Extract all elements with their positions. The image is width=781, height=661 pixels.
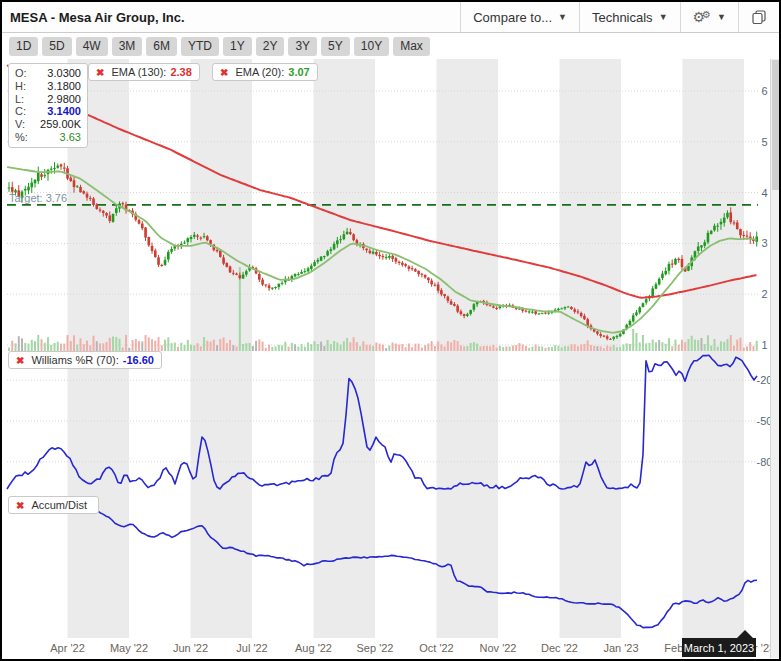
month-axis-label: Aug '22 xyxy=(295,642,332,654)
charting-app: 654321-20-50-80Apr '22May '22Jun '22Jul … xyxy=(0,0,781,661)
range-button-5y[interactable]: 5Y xyxy=(321,37,350,56)
range-button-max[interactable]: Max xyxy=(393,37,430,56)
month-axis-label: Jun '22 xyxy=(173,642,208,654)
accum-dist-legend-chip: ✖ Accum/Dist xyxy=(8,496,99,514)
quote-row: L:2.9800 xyxy=(15,93,81,106)
vertical-scrollbar[interactable] xyxy=(770,59,779,658)
range-button-1y[interactable]: 1Y xyxy=(223,37,252,56)
range-toolbar: 1D5D4W3M6MYTD1Y2Y3Y5Y10YMax xyxy=(2,33,769,59)
chart-canvas[interactable]: 654321-20-50-80Apr '22May '22Jun '22Jul … xyxy=(0,0,781,661)
ohlc-quote-box: O:3.0300H:3.1800L:2.9800C:3.1400V:259.00… xyxy=(8,63,88,148)
month-axis-label: May '22 xyxy=(110,642,148,654)
range-button-ytd[interactable]: YTD xyxy=(181,37,219,56)
price-axis-tick: 6 xyxy=(762,85,768,97)
chart-header: MESA - Mesa Air Group, Inc. Compare to..… xyxy=(2,2,779,33)
chevron-down-icon: ▼ xyxy=(717,12,726,22)
range-button-5d[interactable]: 5D xyxy=(42,37,71,56)
quote-row: V:259.00K xyxy=(15,118,81,131)
popout-window-button[interactable] xyxy=(738,2,779,32)
month-axis-label: Oct '22 xyxy=(419,642,454,654)
ema130-legend-chip: ✖ EMA (130): 2.38 xyxy=(88,63,200,81)
close-icon[interactable]: ✖ xyxy=(16,355,24,366)
range-button-3y[interactable]: 3Y xyxy=(288,37,317,56)
technicals-dropdown[interactable]: Technicals ▼ xyxy=(579,2,680,32)
close-icon[interactable]: ✖ xyxy=(220,67,228,78)
month-axis-label: Sep '22 xyxy=(357,642,394,654)
month-axis-label: Jan '23 xyxy=(603,642,638,654)
ema20-legend-chip: ✖ EMA (20): 3.07 xyxy=(212,63,318,81)
range-button-4w[interactable]: 4W xyxy=(76,37,108,56)
page-title: MESA - Mesa Air Group, Inc. xyxy=(2,10,185,25)
price-axis-tick: 2 xyxy=(762,288,768,300)
range-button-6m[interactable]: 6M xyxy=(146,37,177,56)
price-axis-tick: 4 xyxy=(762,187,768,199)
month-axis-label: Jul '22 xyxy=(236,642,267,654)
range-button-1d[interactable]: 1D xyxy=(9,37,38,56)
quote-row: O:3.0300 xyxy=(15,67,81,80)
williams-legend-chip: ✖ Williams %R (70): -16.60 xyxy=(8,351,162,369)
chevron-down-icon: ▼ xyxy=(558,12,567,22)
quote-row: %:3.63 xyxy=(15,131,81,144)
settings-menu-button[interactable]: ⚙ ⚙ ▼ xyxy=(680,2,738,32)
gear-icon: ⚙ xyxy=(702,9,711,20)
range-button-3m[interactable]: 3M xyxy=(112,37,143,56)
price-axis-tick: 5 xyxy=(762,136,768,148)
price-axis-tick: 3 xyxy=(762,237,768,249)
tooltip-arrow xyxy=(737,630,753,638)
month-axis-label: Apr '22 xyxy=(50,642,85,654)
quote-row: C:3.1400 xyxy=(15,105,81,118)
date-tooltip: March 1, 2023 xyxy=(682,638,756,657)
header-controls: Compare to... ▼ Technicals ▼ ⚙ ⚙ ▼ xyxy=(460,2,779,32)
copy-window-icon xyxy=(751,9,767,25)
month-axis-label: Dec '22 xyxy=(541,642,578,654)
quote-row: H:3.1800 xyxy=(15,80,81,93)
close-icon[interactable]: ✖ xyxy=(16,500,24,511)
range-button-10y[interactable]: 10Y xyxy=(354,37,389,56)
price-axis-tick: 1 xyxy=(762,339,768,351)
compare-to-dropdown[interactable]: Compare to... ▼ xyxy=(460,2,579,32)
range-button-2y[interactable]: 2Y xyxy=(256,37,285,56)
target-price-label: Target: 3.76 xyxy=(9,192,67,204)
close-icon[interactable]: ✖ xyxy=(96,67,104,78)
chevron-down-icon: ▼ xyxy=(659,12,668,22)
scrollbar-thumb[interactable] xyxy=(772,60,779,190)
month-axis-label: Nov '22 xyxy=(480,642,517,654)
